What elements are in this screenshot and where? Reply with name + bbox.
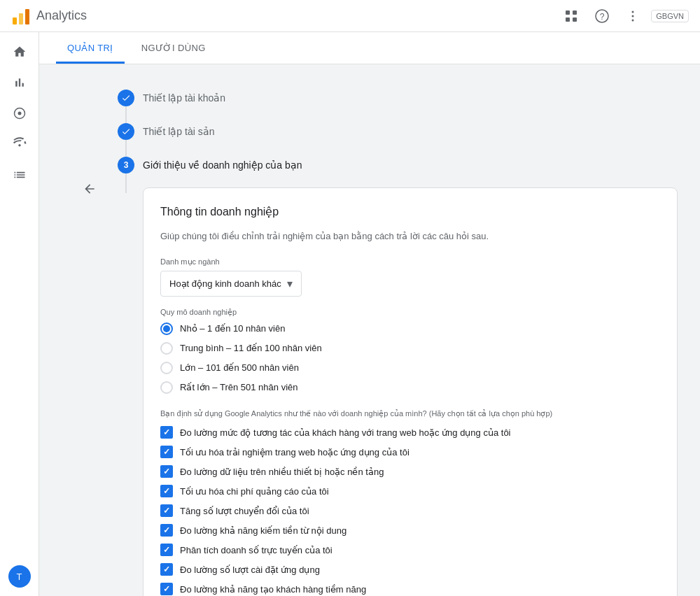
industry-selected-value: Hoạt động kinh doanh khác xyxy=(169,278,281,289)
wizard-container: Thiết lập tài khoản Thiết lập tài sản 3 … xyxy=(62,81,678,596)
checkbox-u1-label: Đo lường mức độ tương tác của khách hàng… xyxy=(180,427,511,438)
logo-container: Analytics xyxy=(11,6,87,26)
checkbox-u7-label: Phân tích doanh số trực tuyến của tôi xyxy=(180,545,332,555)
wizard-sidebar xyxy=(62,81,118,596)
main-content: Thiết lập tài khoản Thiết lập tài sản 3 … xyxy=(39,64,700,596)
radio-small-dot xyxy=(163,325,170,332)
list-icon xyxy=(13,168,27,182)
radio-medium-circle xyxy=(160,342,173,355)
checkmark-u6: ✓ xyxy=(163,525,170,535)
step-2-check-icon xyxy=(121,127,131,136)
signal-icon xyxy=(13,137,27,151)
checkbox-item-u3[interactable]: ✓ Đo lường dữ liệu trên nhiều thiết bị h… xyxy=(160,465,660,478)
radio-xlarge-circle xyxy=(160,381,173,394)
home-icon xyxy=(13,45,27,59)
checkbox-u6-box: ✓ xyxy=(160,524,173,537)
tab-quan-tri[interactable]: QUẢN TRỊ xyxy=(56,43,125,64)
checkbox-u2-box: ✓ xyxy=(160,446,173,458)
svg-point-13 xyxy=(18,112,21,115)
checkbox-u3-box: ✓ xyxy=(160,465,173,478)
checkbox-u1-box: ✓ xyxy=(160,426,173,439)
svg-point-11 xyxy=(632,19,634,21)
back-arrow-icon xyxy=(83,182,97,196)
svg-point-10 xyxy=(632,15,634,17)
checkmark-u7: ✓ xyxy=(163,545,170,555)
svg-point-9 xyxy=(632,10,634,13)
checkbox-u7-box: ✓ xyxy=(160,544,173,556)
sidebar-item-home[interactable] xyxy=(6,38,34,66)
checkbox-u5-label: Tăng số lượt chuyển đổi của tôi xyxy=(180,506,309,516)
dropdown-arrow-icon: ▾ xyxy=(287,277,293,290)
checkbox-u9-label: Đo lường khả năng tạo khách hàng tiềm nă… xyxy=(180,584,366,595)
svg-text:?: ? xyxy=(600,12,605,22)
checkbox-item-u5[interactable]: ✓ Tăng số lượt chuyển đổi của tôi xyxy=(160,504,660,517)
svg-rect-0 xyxy=(13,17,17,24)
apps-button[interactable] xyxy=(559,3,584,29)
step-row-2: Thiết lập tài sản xyxy=(118,115,678,148)
usage-checkbox-group: ✓ Đo lường mức độ tương tác của khách hà… xyxy=(160,426,660,596)
radio-xlarge-label: Rất lớn – Trên 501 nhân viên xyxy=(180,382,298,392)
size-label: Quy mô doanh nghiệp xyxy=(160,308,660,317)
more-button[interactable] xyxy=(620,3,645,29)
radio-small-circle xyxy=(160,322,173,335)
checkmark-u8: ✓ xyxy=(163,565,170,574)
bar-chart-icon xyxy=(13,76,27,90)
checkbox-u6-label: Đo lường khả năng kiếm tiền từ nội dung xyxy=(180,525,346,536)
sidebar-item-advertising[interactable] xyxy=(6,130,34,158)
checkbox-u8-label: Đo lường số lượt cài đặt ứng dụng xyxy=(180,565,320,575)
svg-rect-5 xyxy=(566,17,570,22)
sidebar-item-configure[interactable] xyxy=(6,161,34,189)
step-row-1: Thiết lập tài khoản xyxy=(118,81,678,115)
svg-rect-2 xyxy=(25,9,29,24)
radio-item-small[interactable]: Nhỏ – 1 đến 10 nhân viên xyxy=(160,322,660,335)
checkbox-item-u7[interactable]: ✓ Phân tích doanh số trực tuyến của tôi xyxy=(160,544,660,556)
nav-tabs: QUẢN TRỊ NGƯỜI DÙNG xyxy=(39,32,700,64)
checkbox-item-u6[interactable]: ✓ Đo lường khả năng kiếm tiền từ nội dun… xyxy=(160,524,660,537)
industry-label: Danh mục ngành xyxy=(160,257,660,267)
radio-item-medium[interactable]: Trung bình – 11 đến 100 nhân viên xyxy=(160,342,660,355)
checkbox-item-u8[interactable]: ✓ Đo lường số lượt cài đặt ứng dụng xyxy=(160,563,660,576)
tab-nguoi-dung[interactable]: NGƯỜI DÙNG xyxy=(130,43,217,64)
svg-rect-1 xyxy=(19,13,23,24)
checkmark-u3: ✓ xyxy=(163,467,170,476)
apps-icon xyxy=(564,9,578,23)
checkbox-u8-box: ✓ xyxy=(160,563,173,576)
size-radio-group: Nhỏ – 1 đến 10 nhân viên Trung bình – 11… xyxy=(160,322,660,394)
gbvn-badge: GBGVN xyxy=(651,10,689,22)
checkbox-u9-box: ✓ xyxy=(160,583,173,595)
radio-large-circle xyxy=(160,362,173,374)
step-2-label: Thiết lập tài sản xyxy=(143,126,214,137)
checkbox-u3-label: Đo lường dữ liệu trên nhiều thiết bị hoặ… xyxy=(180,467,384,477)
step-row-3: 3 Giới thiệu về doanh nghiệp của bạn xyxy=(118,148,678,182)
step-3-icon: 3 xyxy=(118,157,134,173)
step-3-label: Giới thiệu về doanh nghiệp của bạn xyxy=(143,159,302,171)
checkbox-item-u4[interactable]: ✓ Tối ưu hóa chi phí quảng cáo của tôi xyxy=(160,485,660,497)
checkbox-u5-box: ✓ xyxy=(160,504,173,517)
radio-item-large[interactable]: Lớn – 101 đến 500 nhân viên xyxy=(160,362,660,374)
industry-dropdown[interactable]: Hoạt động kinh doanh khác ▾ xyxy=(160,271,302,297)
checkbox-item-u1[interactable]: ✓ Đo lường mức độ tương tác của khách hà… xyxy=(160,426,660,439)
checkmark-u5: ✓ xyxy=(163,506,170,516)
help-button[interactable]: ? xyxy=(589,3,615,29)
sidebar-item-explore[interactable] xyxy=(6,99,34,127)
svg-rect-3 xyxy=(566,10,570,15)
checkmark-u4: ✓ xyxy=(163,486,170,496)
step-1-label: Thiết lập tài khoản xyxy=(143,92,225,104)
header-actions: ? GBGVN xyxy=(559,3,689,29)
form-subtitle: Giúp chúng tôi điều chỉnh trải nghiệm củ… xyxy=(160,229,660,243)
checkbox-item-u9[interactable]: ✓ Đo lường khả năng tạo khách hàng tiềm … xyxy=(160,583,660,595)
checkmark-u1: ✓ xyxy=(163,427,170,437)
radio-large-label: Lớn – 101 đến 500 nhân viên xyxy=(180,362,299,373)
back-arrow-button[interactable] xyxy=(78,178,101,200)
more-vert-icon xyxy=(626,9,640,23)
step-2-icon xyxy=(118,123,134,140)
svg-rect-6 xyxy=(573,17,577,22)
radio-small-label: Nhỏ – 1 đến 10 nhân viên xyxy=(180,323,285,334)
radio-medium-label: Trung bình – 11 đến 100 nhân viên xyxy=(180,343,322,353)
radio-item-xlarge[interactable]: Rất lớn – Trên 501 nhân viên xyxy=(160,381,660,394)
checkbox-item-u2[interactable]: ✓ Tối ưu hóa trải nghiệm trang web hoặc … xyxy=(160,446,660,458)
user-avatar[interactable]: T xyxy=(8,565,31,588)
usage-label: Bạn định sử dụng Google Analytics như th… xyxy=(160,408,660,420)
sidebar-item-reports[interactable] xyxy=(6,69,34,97)
step-1-icon xyxy=(118,90,134,106)
